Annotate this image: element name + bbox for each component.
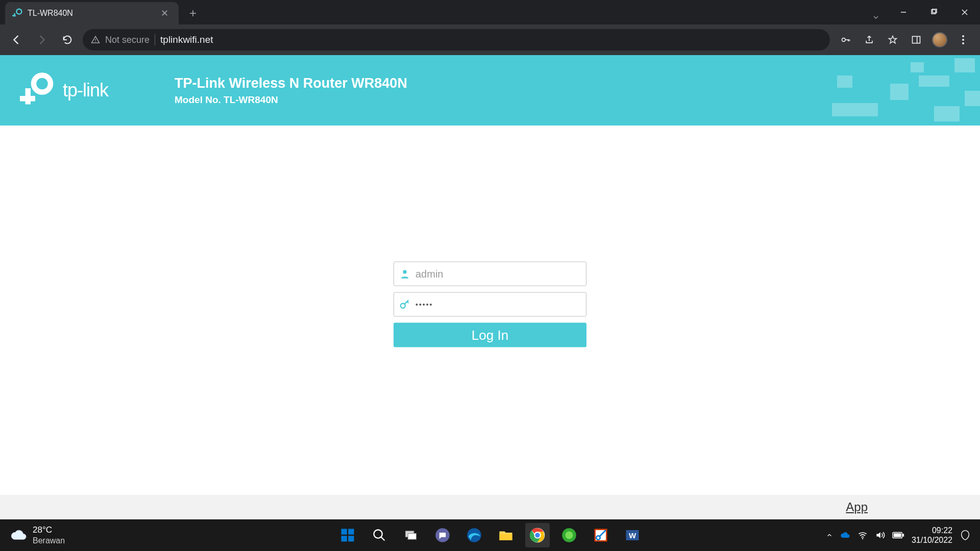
clock-time: 09:22 (932, 525, 952, 535)
svg-rect-47 (902, 534, 904, 537)
chat-app-icon[interactable] (430, 523, 455, 547)
svg-point-27 (374, 530, 382, 538)
weather-temp: 28°C (33, 525, 65, 535)
router-model: Model No. TL-WR840N (175, 94, 407, 106)
logo-text: tp-link (63, 80, 108, 101)
svg-point-9 (95, 41, 96, 42)
cloud-icon (10, 527, 28, 544)
clock[interactable]: 09:22 31/10/2022 (912, 525, 952, 545)
svg-point-10 (842, 38, 846, 42)
browser-toolbar: Not secure tplinkwifi.net (0, 24, 980, 55)
svg-rect-48 (894, 533, 901, 537)
start-button[interactable] (335, 523, 360, 547)
notification-icon[interactable] (960, 530, 971, 541)
router-banner: tp-link TP-Link Wireless N Router WR840N… (0, 55, 980, 126)
svg-rect-26 (348, 536, 354, 541)
tab-favicon-icon (12, 8, 22, 18)
svg-rect-30 (408, 534, 416, 540)
tab-title: TL-WR840N (28, 9, 153, 18)
svg-point-39 (566, 532, 573, 539)
weather-widget[interactable]: 28°C Berawan (0, 525, 65, 545)
username-input[interactable] (415, 268, 581, 280)
page-content: tp-link TP-Link Wireless N Router WR840N… (0, 55, 980, 519)
close-window-button[interactable] (949, 3, 980, 21)
taskbar-apps: W (335, 523, 645, 547)
login-form: Log In (394, 262, 586, 347)
bookmark-star-icon[interactable] (882, 29, 903, 51)
svg-line-22 (407, 302, 409, 303)
username-field-wrap (394, 262, 586, 286)
svg-rect-14 (913, 36, 920, 43)
weather-condition: Berawan (33, 536, 65, 545)
minimize-button[interactable] (888, 3, 919, 21)
chrome-menu-icon[interactable] (952, 29, 974, 51)
window-controls (888, 3, 980, 21)
back-button[interactable] (6, 30, 27, 50)
snipping-tool-icon[interactable] (589, 523, 613, 547)
wifi-icon[interactable] (857, 530, 868, 540)
word-app-icon[interactable]: W (620, 523, 645, 547)
key-icon (399, 299, 410, 310)
user-icon (399, 268, 410, 280)
svg-rect-23 (341, 529, 347, 535)
windows-taskbar: 28°C Berawan W (0, 519, 980, 551)
svg-point-16 (34, 75, 51, 92)
svg-rect-25 (341, 536, 347, 541)
reload-button[interactable] (57, 30, 78, 50)
password-key-icon[interactable] (835, 29, 856, 51)
battery-icon[interactable] (892, 530, 904, 540)
system-tray: 09:22 31/10/2022 (826, 525, 980, 545)
maximize-button[interactable] (919, 3, 949, 21)
side-panel-icon[interactable] (905, 29, 927, 51)
svg-rect-4 (932, 10, 936, 14)
app-icon-1[interactable] (557, 523, 581, 547)
password-field-wrap (394, 292, 586, 317)
login-button[interactable]: Log In (394, 323, 586, 347)
share-icon[interactable] (859, 29, 880, 51)
edge-browser-icon[interactable] (462, 523, 486, 547)
router-title: TP-Link Wireless N Router WR840N (175, 76, 407, 91)
svg-rect-18 (20, 96, 35, 102)
profile-avatar[interactable] (929, 29, 950, 51)
svg-point-0 (16, 9, 21, 14)
svg-point-45 (862, 538, 864, 539)
tplink-logo: tp-link (18, 71, 108, 110)
url-text: tplinkwifi.net (160, 34, 213, 45)
not-secure-label: Not secure (105, 35, 150, 45)
new-tab-button[interactable]: + (184, 4, 202, 22)
svg-text:W: W (629, 531, 636, 540)
volume-icon[interactable] (875, 530, 885, 540)
svg-rect-24 (348, 529, 354, 535)
tray-expand-icon[interactable] (826, 532, 833, 539)
not-secure-icon (91, 35, 100, 44)
file-explorer-icon[interactable] (494, 523, 518, 547)
tab-search-dropdown-icon[interactable] (864, 13, 888, 21)
app-link[interactable]: App (846, 500, 868, 514)
task-view-icon[interactable] (399, 523, 423, 547)
chrome-browser-icon[interactable] (525, 523, 550, 547)
svg-rect-2 (12, 15, 16, 16)
forward-button[interactable] (32, 30, 52, 50)
banner-decoration (796, 55, 980, 126)
address-bar[interactable]: Not secure tplinkwifi.net (83, 29, 830, 51)
svg-rect-5 (933, 9, 937, 13)
svg-rect-33 (500, 534, 512, 541)
close-tab-icon[interactable]: ✕ (158, 7, 172, 20)
search-icon[interactable] (367, 523, 391, 547)
svg-line-28 (381, 537, 385, 541)
browser-tab[interactable]: TL-WR840N ✕ (5, 2, 179, 24)
browser-titlebar: TL-WR840N ✕ + (0, 0, 980, 24)
onedrive-icon[interactable] (840, 530, 850, 540)
omnibox-separator (155, 34, 155, 45)
page-footer: App (0, 495, 980, 519)
clock-date: 31/10/2022 (912, 535, 952, 545)
svg-point-19 (403, 270, 406, 273)
password-input[interactable] (415, 300, 581, 309)
